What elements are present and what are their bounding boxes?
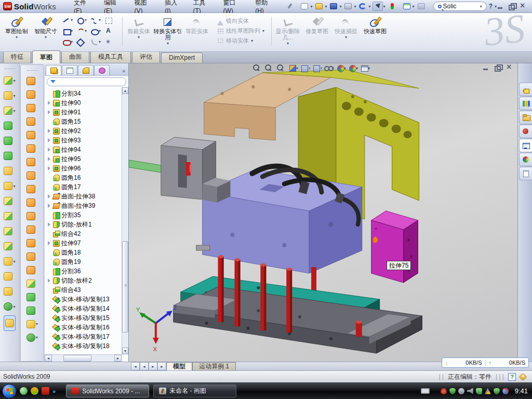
dropdown-arrow-icon[interactable]: ▾ [310, 4, 312, 9]
expander-icon[interactable] [48, 101, 52, 105]
toolbar-icon[interactable] [357, 2, 368, 11]
view-nav-button[interactable]: ► [149, 362, 157, 370]
view-tool-icon[interactable] [276, 64, 285, 72]
tree-horizontal-scrollbar[interactable]: ◄ ► [45, 354, 122, 362]
expander-icon[interactable] [48, 166, 52, 170]
dropdown-arrow-icon[interactable]: ▾ [138, 35, 140, 39]
sketch-entity-icon[interactable] [104, 17, 112, 24]
command-button[interactable]: 快速捕捉 ▾ [331, 15, 361, 47]
feature-tool-button[interactable]: ▾ [4, 89, 15, 102]
dropdown-arrow-icon[interactable]: ▾ [13, 184, 15, 189]
surface-tool-button[interactable]: ▾ [26, 183, 38, 195]
command-button[interactable]: 剪裁实体 ▾ [124, 15, 153, 47]
start-button[interactable] [2, 384, 17, 398]
exploded-mold-assembly[interactable]: Y Z X [129, 63, 517, 362]
tab-custom-properties[interactable] [519, 167, 532, 180]
dropdown-arrow-icon[interactable]: ▾ [85, 18, 87, 22]
sketch-entity-icon[interactable] [76, 38, 84, 46]
feature-tree-item[interactable]: 拉伸93 [48, 136, 121, 145]
sketch-entity-icon[interactable] [76, 28, 84, 35]
tree-vertical-scrollbar[interactable]: ▲ ▼ [122, 87, 128, 354]
quick-launch-icon[interactable] [31, 387, 38, 395]
dropdown-arrow-icon[interactable]: ▾ [368, 4, 370, 9]
sketch-entity-icon[interactable] [90, 17, 98, 24]
dropdown-arrow-icon[interactable]: ▾ [71, 18, 73, 22]
feature-tree-item[interactable]: 圆角18 [48, 248, 121, 257]
feature-tree-item[interactable]: 组合42 [48, 229, 121, 238]
feature-tree-item[interactable]: 实体-移动/复制16 [48, 323, 121, 332]
feature-tree-item[interactable]: 实体-移动/复制15 [48, 313, 121, 323]
surface-tool-button[interactable]: ▾ [26, 304, 38, 316]
command-button[interactable]: 等距实体 ▾ [182, 15, 211, 47]
view-nav-button[interactable]: ◄ [140, 362, 149, 370]
sketch-entity-icon[interactable] [62, 38, 70, 46]
feature-tree-item[interactable]: 分割34 [48, 89, 121, 98]
feature-tree-item[interactable]: 实体-移动/复制13 [48, 295, 121, 304]
ribbon-tab[interactable]: 模具工具 [90, 51, 131, 63]
feature-tree-item[interactable]: 圆角19 [48, 257, 121, 267]
expander-icon[interactable] [48, 138, 52, 142]
command-button[interactable]: 修复草图 ▾ [302, 15, 331, 47]
expander-icon[interactable] [48, 222, 52, 227]
tray-icon[interactable] [494, 388, 500, 394]
graphics-viewport[interactable]: Y Z X ▾ ▾ [129, 63, 517, 362]
minimize-button[interactable] [497, 3, 504, 9]
expander-icon[interactable] [48, 110, 52, 114]
view-tool-icon[interactable] [360, 64, 369, 72]
surface-tool-button[interactable]: ▾ [26, 318, 38, 330]
feature-tree-item[interactable]: 切除-放样1 [48, 220, 121, 229]
tab-design-library[interactable] [519, 97, 532, 110]
surface-tool-button[interactable]: ▾ [26, 291, 38, 303]
scrollbar-thumb[interactable] [63, 355, 91, 362]
feature-tree-item[interactable]: 拉伸92 [48, 126, 121, 136]
dropdown-arrow-icon[interactable]: ▾ [287, 41, 289, 46]
feature-tree-item[interactable]: 曲面-拉伸38 [48, 192, 121, 201]
feature-tool-button[interactable]: ▾ [4, 300, 15, 313]
view-tool-icon[interactable] [252, 64, 261, 72]
tray-icon[interactable] [485, 388, 491, 394]
doc-restore-button[interactable] [494, 64, 501, 71]
command-button[interactable]: 镜向实体 ▾ [215, 17, 267, 25]
surface-tool-button[interactable]: ▾ [26, 264, 38, 276]
ribbon-tab[interactable]: 特征 [3, 51, 31, 63]
expander-icon[interactable] [48, 241, 52, 245]
tab-search[interactable] [519, 125, 532, 138]
dropdown-arrow-icon[interactable]: ▾ [262, 29, 264, 33]
manager-tab[interactable] [46, 65, 61, 75]
manager-tab[interactable] [62, 65, 77, 75]
feature-tool-button[interactable]: ▾ [4, 74, 15, 87]
feature-tree-item[interactable]: 分割35 [48, 210, 121, 220]
scroll-up-arrow[interactable]: ▲ [122, 87, 128, 94]
feature-tree-item[interactable]: 切除-放样2 [48, 276, 121, 285]
sketch-entity-icon[interactable] [104, 28, 112, 35]
feature-tree-item[interactable]: 拉伸95 [48, 154, 121, 164]
feature-tree-item[interactable]: 圆角16 [48, 173, 121, 182]
expander-icon[interactable] [48, 194, 52, 198]
sketch-entity-icon[interactable] [62, 28, 70, 35]
quick-launch-icon[interactable] [42, 387, 49, 395]
sketch-entity-icon[interactable] [104, 38, 112, 46]
feature-tool-button[interactable]: ▾ [4, 104, 15, 117]
scrollbar-thumb[interactable] [122, 241, 128, 332]
surface-tool-button[interactable]: ▾ [26, 142, 38, 154]
quick-launch-overflow[interactable]: » [52, 388, 56, 394]
tab-file-explorer[interactable] [519, 111, 532, 124]
dropdown-arrow-icon[interactable]: ▾ [13, 109, 15, 113]
search-box[interactable]: Solic ▾ [433, 2, 487, 11]
expander-icon[interactable] [48, 148, 52, 152]
toolbar-icon[interactable] [285, 2, 295, 11]
toolbar-grip[interactable] [27, 70, 37, 72]
feature-tool-button[interactable]: ▾ [4, 134, 15, 148]
dropdown-arrow-icon[interactable]: ▾ [13, 78, 15, 83]
sketch-entity-icon[interactable] [62, 17, 70, 24]
expander-icon[interactable] [48, 129, 52, 133]
surface-tool-button[interactable]: ▾ [26, 210, 38, 222]
command-button[interactable]: 显示/删除几... ▾ [273, 15, 302, 47]
surface-tool-button[interactable]: ▾ [26, 75, 38, 87]
dropdown-arrow-icon[interactable]: ▾ [13, 304, 15, 309]
view-tool-icon[interactable] [264, 64, 273, 72]
view-tool-icon[interactable] [288, 64, 297, 72]
feature-tree-item[interactable]: 圆角17 [48, 182, 121, 192]
feature-tool-button[interactable]: ▾ [4, 194, 15, 208]
surface-tool-button[interactable]: ▾ [26, 223, 38, 235]
